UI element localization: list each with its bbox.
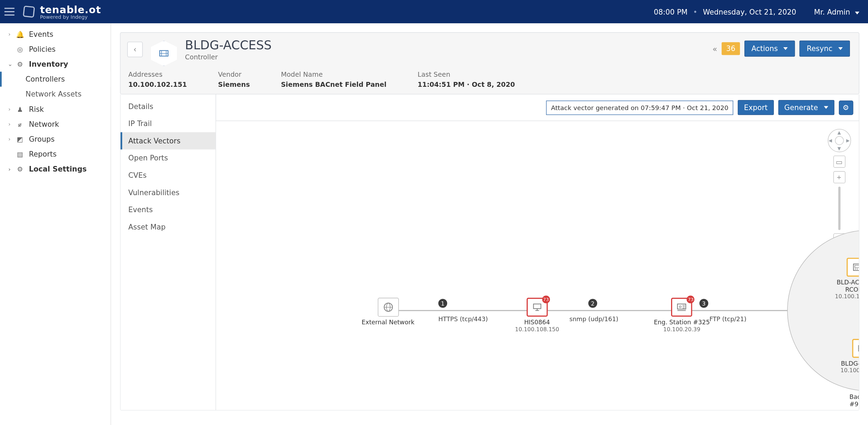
chevron-right-icon: › [8,121,11,127]
svg-point-11 [679,306,681,308]
tab-events[interactable]: Events [120,201,216,218]
chevron-down-icon: ⌄ [8,61,11,67]
tenable-logo-icon [23,6,35,18]
sidebar-item-network[interactable]: › ⸙ Network [0,117,110,132]
node-his0864[interactable]: 73 HIS0864 10.100.108.150 [515,298,559,332]
node-bld-access-rcomm[interactable]: BLD-ACCESS-RCOMM 10.100.102.151 [835,258,859,299]
sidebar-label: Events [29,30,53,38]
node-label: HIS0864 [515,319,559,326]
sidebar-item-events[interactable]: › 🔔 Events [0,27,110,42]
node-bldg-access[interactable]: BLDG-ACCESS 10.100.102.151 [841,339,859,373]
svg-rect-7 [533,304,541,308]
collapse-button[interactable]: « [712,44,717,53]
node-external-network[interactable]: External Network [362,298,415,326]
chevron-down-icon [838,47,843,50]
settings-button[interactable]: ⚙ [838,100,853,115]
edge-label-2: snmp (udp/161) [569,316,618,323]
clock-date: Wednesday, Oct 21, 2020 [703,8,796,16]
engineer-station-icon [676,302,687,313]
node-label: BLD-ACCESS-RCOMM [835,279,859,293]
meta-head: Vendor [218,70,250,78]
node-label: Eng. Station #325 [654,319,710,326]
meta-val-addresses: 10.100.102.151 [128,81,187,88]
graph-edge-line [383,310,788,311]
page-subtitle: Controller [185,53,272,61]
sidebar-label: Risk [29,105,44,113]
svg-rect-17 [855,265,859,268]
back-button[interactable]: ‹ [127,42,143,57]
sidebar-label: Groups [29,135,55,143]
svg-rect-16 [853,264,859,270]
svg-point-18 [855,269,856,270]
node-ip: 10.100.20.39 [654,326,710,332]
fit-screen-button[interactable]: ▭ [833,156,845,168]
meta-val-model: Siemens BACnet Field Panel [281,81,386,88]
node-ip: 10.100.102.151 [835,293,859,300]
sidebar-label: Policies [29,45,56,53]
chevron-right-icon: › [8,31,11,38]
topbar: tenable.ot Powered by Indegy 08:00 PM • … [0,0,868,23]
topbar-right: 08:00 PM • Wednesday, Oct 21, 2020 Mr. A… [654,8,859,16]
attack-vector-canvas[interactable]: ▲ ▼ ▶ ◀ ▭ ＋ － [216,121,858,410]
brand: tenable.ot Powered by Indegy [23,3,101,19]
chevron-right-icon: › [8,136,11,142]
rcomm-icon [851,262,858,273]
detail-tab-list: Details IP Trail Attack Vectors Open Por… [120,94,216,410]
pan-control[interactable]: ▲ ▼ ▶ ◀ [827,129,851,152]
meta-head: Addresses [128,70,187,78]
node-label: BLDG-ACCESS [841,360,859,367]
sidebar-item-policies[interactable]: ◎ Policies [0,42,110,57]
risk-badge: 73 [542,295,550,303]
network-icon: ⸙ [16,120,25,128]
brand-name: tenable.ot [40,3,101,15]
edge-label-3: FTP (tcp/21) [709,316,746,323]
meta-val-lastseen: 11:04:51 PM · Oct 8, 2020 [418,81,515,88]
zoom-slider[interactable] [838,187,840,230]
sidebar-item-inventory[interactable]: ⌄ ⚙ Inventory [0,57,110,72]
sidebar-sub-label: Network Assets [26,90,82,98]
sidebar-label: Inventory [29,60,68,68]
tab-open-ports[interactable]: Open Ports [120,149,216,167]
generated-timestamp: Attack vector generated on 07:59:47 PM ·… [546,100,733,115]
clock-time: 08:00 PM [654,8,687,16]
tab-attack-vectors[interactable]: Attack Vectors [120,132,216,150]
sidebar-item-risk[interactable]: › ♟ Risk [0,102,110,117]
arrow-left-icon: ◀ [828,138,832,143]
node-label: External Network [362,319,415,326]
file-icon: ▤ [16,150,25,158]
step-marker-2: 2 [588,299,597,308]
user-menu[interactable]: Mr. Admin [814,8,859,16]
controller-icon [857,343,858,354]
menu-toggle[interactable] [5,8,15,15]
tab-asset-map[interactable]: Asset Map [120,218,216,236]
resync-label: Resync [807,44,833,53]
tab-details[interactable]: Details [120,98,216,115]
actions-menu[interactable]: Actions [744,41,795,57]
risk-badge: 73 [687,295,694,303]
sidebar: › 🔔 Events ◎ Policies ⌄ ⚙ Inventory Cont… [0,23,111,425]
tab-ip-trail[interactable]: IP Trail [120,115,216,132]
tab-vulnerabilities[interactable]: Vulnerabilities [120,184,216,201]
arrow-right-icon: ▶ [846,138,850,143]
user-name: Mr. Admin [814,8,850,16]
sidebar-sub-network-assets[interactable]: Network Assets [0,87,110,102]
sidebar-item-groups[interactable]: › ◩ Groups [0,132,110,147]
generate-menu[interactable]: Generate [778,100,834,115]
pawn-icon: ♟ [16,105,25,113]
badge-icon: ◎ [16,45,25,53]
main: ‹ BLDG-ACCESS Controller « [111,23,868,425]
gear-icon: ⚙ [843,103,849,112]
sidebar-item-reports[interactable]: ▤ Reports [0,147,110,161]
chevron-right-icon: › [8,166,11,172]
backplane-label: Backplane #9 [849,393,858,408]
sidebar-sub-controllers[interactable]: Controllers [0,72,110,86]
actions-label: Actions [751,44,778,53]
map-controls: ▲ ▼ ▶ ◀ ▭ ＋ － [827,129,851,245]
sidebar-item-local-settings[interactable]: › ⚙ Local Settings [0,162,110,177]
zoom-in-button[interactable]: ＋ [833,171,845,183]
asset-type-icon [149,41,178,66]
tab-cves[interactable]: CVEs [120,167,216,184]
export-button[interactable]: Export [738,100,774,115]
resync-menu[interactable]: Resync [800,41,850,57]
risk-score-badge[interactable]: 36 [722,42,740,55]
